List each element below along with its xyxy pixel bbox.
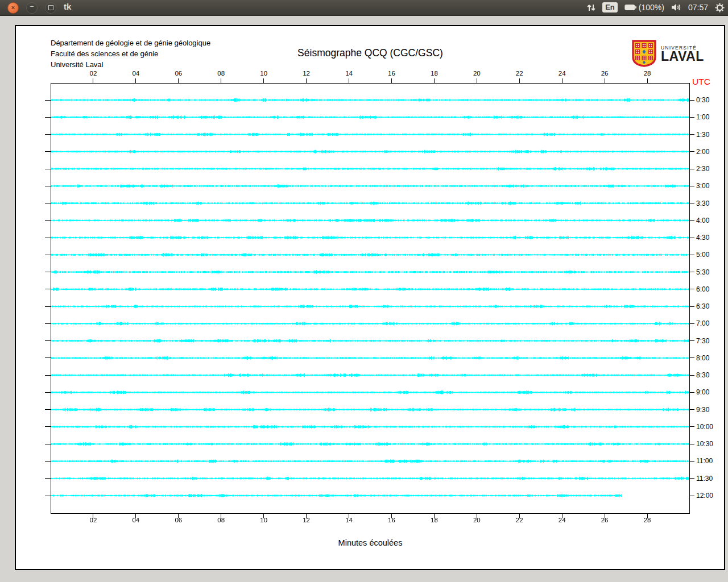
utc-time-label: 6:00 <box>696 285 709 293</box>
x-tick-top <box>93 78 93 83</box>
window-title: tk <box>64 2 71 11</box>
x-tick-top <box>519 78 520 83</box>
y-tick-right <box>690 444 694 444</box>
battery-indicator[interactable]: (100%) <box>624 3 664 12</box>
utc-time-label: 5:30 <box>696 268 709 276</box>
session-gear-icon[interactable] <box>715 3 725 13</box>
utc-time-label: 0:30 <box>696 96 709 104</box>
x-tick-bottom-label: 20 <box>468 517 485 523</box>
x-tick-top <box>477 78 477 83</box>
address-line-3: Université Laval <box>51 59 210 70</box>
y-tick-left <box>45 461 51 462</box>
y-tick-left <box>45 100 51 101</box>
y-tick-right <box>690 323 694 324</box>
utc-time-label: 5:00 <box>696 251 709 259</box>
logo-line-laval: LAVAL <box>661 51 704 62</box>
volume-icon[interactable] <box>671 3 681 11</box>
y-tick-left <box>45 203 51 203</box>
x-tick-top <box>605 78 605 83</box>
y-tick-right <box>690 478 694 479</box>
utc-time-label: 1:30 <box>696 131 709 139</box>
network-updown-arrows-icon[interactable] <box>587 3 595 12</box>
y-tick-left <box>45 117 51 118</box>
x-tick-top-label: 04 <box>127 70 144 77</box>
y-tick-right <box>690 392 694 393</box>
y-tick-left <box>45 496 51 496</box>
x-tick-bottom-label: 16 <box>383 517 400 523</box>
utc-time-label: 7:30 <box>696 337 709 345</box>
y-tick-left <box>45 375 51 376</box>
utc-time-label: 3:00 <box>696 182 709 190</box>
universite-laval-logo: UNIVERSITÉ LAVAL <box>631 40 704 67</box>
x-tick-bottom-label: 06 <box>170 517 187 523</box>
y-tick-right <box>690 340 694 341</box>
utc-time-label: 9:00 <box>696 388 709 396</box>
battery-percent-label: (100%) <box>639 3 664 12</box>
battery-icon <box>624 3 637 11</box>
utc-time-label: 8:30 <box>696 371 709 379</box>
y-tick-right <box>690 238 694 238</box>
x-tick-top <box>391 78 392 83</box>
y-tick-right <box>690 203 694 203</box>
y-tick-right <box>690 100 694 101</box>
x-tick-top <box>178 78 179 83</box>
utc-time-label: 2:30 <box>696 165 709 173</box>
y-tick-left <box>45 392 51 393</box>
x-tick-top <box>263 78 264 83</box>
y-tick-left <box>45 134 51 135</box>
x-tick-top-label: 08 <box>213 70 230 77</box>
y-tick-right <box>690 169 694 169</box>
y-tick-right <box>690 357 694 358</box>
y-tick-left <box>45 426 51 427</box>
x-tick-bottom-label: 22 <box>511 517 528 523</box>
y-tick-left <box>45 151 51 152</box>
laval-wordmark: UNIVERSITÉ LAVAL <box>661 45 704 62</box>
y-tick-right <box>690 151 694 152</box>
utc-time-label: 9:30 <box>696 406 709 414</box>
y-tick-left <box>45 323 51 324</box>
x-tick-bottom-label: 10 <box>255 517 272 523</box>
x-tick-bottom-label: 08 <box>213 517 230 523</box>
laval-crest-icon <box>631 40 657 67</box>
clock-label[interactable]: 07:57 <box>688 3 708 12</box>
y-tick-right <box>690 272 694 272</box>
x-tick-top-label: 28 <box>639 70 656 77</box>
minimize-button[interactable]: − <box>26 2 38 14</box>
x-tick-bottom-label: 24 <box>553 517 570 523</box>
y-tick-right <box>690 134 694 135</box>
y-tick-right <box>690 186 694 186</box>
system-tray: En (100%) 07:57 <box>587 0 725 15</box>
y-tick-left <box>45 306 51 307</box>
keyboard-layout-badge[interactable]: En <box>602 2 618 13</box>
x-tick-top-label: 26 <box>596 70 613 77</box>
close-button[interactable]: × <box>7 2 19 14</box>
y-tick-left <box>45 255 51 255</box>
x-tick-bottom-label: 04 <box>127 517 144 523</box>
desktop: { "topbar": { "window_title": "tk", "con… <box>0 0 728 582</box>
y-tick-right <box>690 409 694 410</box>
y-tick-right <box>690 255 694 255</box>
y-tick-left <box>45 220 51 221</box>
utc-axis-label: UTC <box>692 77 710 87</box>
x-tick-top <box>562 78 562 83</box>
x-tick-top-label: 06 <box>170 70 187 77</box>
utc-time-label: 2:00 <box>696 148 709 156</box>
x-tick-top <box>434 78 435 83</box>
x-tick-bottom-label: 12 <box>298 517 315 523</box>
utc-time-label: 6:30 <box>696 302 709 310</box>
y-tick-left <box>45 444 51 444</box>
utc-time-label: 4:00 <box>696 217 709 225</box>
utc-time-label: 12:00 <box>696 492 713 500</box>
y-tick-right <box>690 496 694 496</box>
plot-frame <box>51 83 690 514</box>
seismograph-sheet: Département de géologie et de génie géol… <box>15 25 725 570</box>
x-tick-top-label: 22 <box>511 70 528 77</box>
x-tick-bottom-label: 02 <box>85 517 102 523</box>
maximize-button[interactable] <box>45 2 56 14</box>
y-tick-left <box>45 409 51 410</box>
x-tick-top-label: 02 <box>85 70 102 77</box>
x-tick-top-label: 18 <box>425 70 442 77</box>
y-tick-left <box>45 238 51 238</box>
x-tick-top-label: 12 <box>298 70 315 77</box>
y-tick-left <box>45 478 51 479</box>
